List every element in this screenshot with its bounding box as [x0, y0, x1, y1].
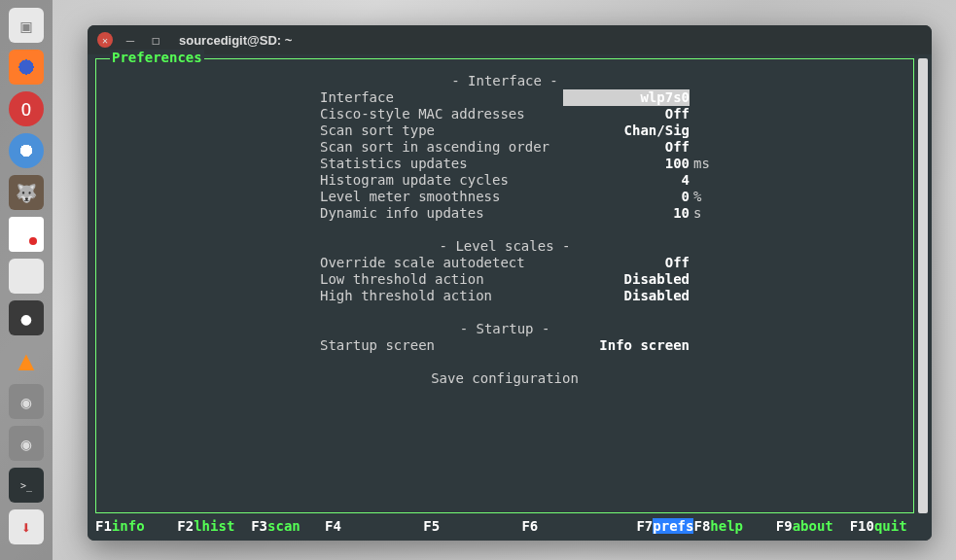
- pref-value[interactable]: Disabled: [563, 271, 690, 288]
- pref-row[interactable]: High threshold actionDisabled: [116, 288, 894, 304]
- terminal-body: Preferences - Interface - Interfacewlp7s…: [88, 54, 932, 541]
- pref-label: Override scale autodetect: [116, 255, 563, 271]
- dock-transmission-icon[interactable]: ⬇: [9, 509, 44, 544]
- fkey-f6[interactable]: F6: [521, 518, 579, 535]
- pref-unit: [690, 139, 717, 156]
- pref-value[interactable]: 4: [563, 172, 690, 189]
- pref-unit: [690, 122, 717, 139]
- fkey-f4[interactable]: F4: [325, 518, 382, 535]
- fkey-number: F2: [177, 518, 194, 534]
- preferences-frame: Preferences - Interface - Interfacewlp7s…: [95, 58, 914, 513]
- dock-terminal-icon[interactable]: >_: [9, 468, 44, 503]
- close-icon[interactable]: ✕: [97, 32, 113, 48]
- pref-value[interactable]: Info screen: [563, 337, 690, 354]
- fkey-f1[interactable]: F1info: [95, 518, 153, 535]
- dock-files-icon[interactable]: ▣: [9, 8, 44, 43]
- fkey-label: info: [112, 518, 153, 534]
- fkey-f7[interactable]: F7prefs: [636, 518, 693, 535]
- fkey-number: F1: [95, 518, 112, 534]
- interface-rows: Interfacewlp7s0Cisco-style MAC addresses…: [116, 89, 894, 222]
- pref-label: Cisco-style MAC addresses: [116, 106, 563, 122]
- fkey-label: [440, 518, 480, 534]
- fkey-label: scan: [267, 518, 308, 534]
- pref-label: Level meter smoothness: [116, 189, 563, 205]
- titlebar[interactable]: ✕ – ◻ sourcedigit@SD: ~: [88, 25, 932, 54]
- fkey-f8[interactable]: F8help: [693, 518, 751, 535]
- dock: ▣ O 🐺 ● ▲ ◉ ◉ >_ ⬇: [0, 0, 53, 560]
- fkey-number: F5: [423, 518, 440, 534]
- pref-row[interactable]: Override scale autodetectOff: [116, 255, 894, 271]
- startup-rows: Startup screenInfo screen: [116, 337, 894, 354]
- pref-row[interactable]: Interfacewlp7s0: [116, 89, 894, 106]
- pref-value[interactable]: Off: [563, 139, 690, 156]
- pref-row[interactable]: Histogram update cycles4: [116, 172, 894, 189]
- function-keys: F1info F2lhist F3scan F4 F5 F6 F7prefsF8…: [95, 518, 914, 535]
- pref-row[interactable]: Scan sort in ascending orderOff: [116, 139, 894, 156]
- pref-value[interactable]: Off: [563, 255, 690, 271]
- pref-label: Low threshold action: [116, 271, 563, 288]
- fkey-f10[interactable]: F10quit: [850, 518, 915, 535]
- fkey-label: prefs: [653, 518, 693, 534]
- pref-value[interactable]: wlp7s0: [563, 89, 690, 106]
- pref-unit: [690, 337, 717, 354]
- fkey-label: [341, 518, 382, 534]
- dock-vlc-icon[interactable]: ▲: [9, 342, 44, 377]
- dock-lutris-icon[interactable]: 🐺: [9, 175, 44, 210]
- pref-label: High threshold action: [116, 288, 563, 304]
- pref-row[interactable]: Statistics updates100ms: [116, 156, 894, 172]
- pref-value[interactable]: 10: [563, 205, 690, 222]
- dock-unknown-icon[interactable]: ●: [9, 300, 44, 335]
- fkey-f3[interactable]: F3scan: [251, 518, 308, 535]
- fkey-number: F6: [521, 518, 538, 534]
- pref-value[interactable]: 100: [563, 156, 690, 172]
- fkey-f2[interactable]: F2lhist: [177, 518, 234, 535]
- dock-firefox-icon[interactable]: [9, 50, 44, 85]
- maximize-icon[interactable]: ◻: [148, 32, 163, 48]
- section-startup-header: - Startup -: [116, 321, 894, 337]
- fkey-label: quit: [874, 518, 915, 534]
- preferences-content: - Interface - Interfacewlp7s0Cisco-style…: [96, 59, 913, 393]
- save-configuration[interactable]: Save configuration: [116, 370, 894, 387]
- pref-unit: s: [690, 205, 717, 222]
- pref-row[interactable]: Startup screenInfo screen: [116, 337, 894, 354]
- frame-title: Preferences: [110, 50, 204, 66]
- fkey-number: F4: [325, 518, 341, 534]
- pref-row[interactable]: Low threshold actionDisabled: [116, 271, 894, 288]
- pref-row[interactable]: Cisco-style MAC addressesOff: [116, 106, 894, 122]
- pref-value[interactable]: Disabled: [563, 288, 690, 304]
- fkey-number: F3: [251, 518, 267, 534]
- levels-rows: Override scale autodetectOffLow threshol…: [116, 255, 894, 304]
- pref-value[interactable]: Chan/Sig: [563, 122, 690, 139]
- minimize-icon[interactable]: –: [123, 32, 138, 48]
- fkey-f9[interactable]: F9about: [776, 518, 833, 535]
- dock-disk1-icon[interactable]: ◉: [9, 384, 44, 419]
- pref-label: Statistics updates: [116, 156, 563, 172]
- dock-settings-icon[interactable]: [9, 259, 44, 294]
- fkey-number: F9: [776, 518, 793, 534]
- pref-label: Scan sort in ascending order: [116, 139, 563, 156]
- pref-row[interactable]: Dynamic info updates10s: [116, 205, 894, 222]
- dock-disk2-icon[interactable]: ◉: [9, 426, 44, 461]
- section-interface-header: - Interface -: [116, 73, 894, 89]
- fkey-number: F8: [693, 518, 710, 534]
- pref-row[interactable]: Level meter smoothness0%: [116, 189, 894, 205]
- pref-unit: [690, 255, 717, 271]
- pref-value[interactable]: Off: [563, 106, 690, 122]
- window-title: sourcedigit@SD: ~: [179, 33, 292, 48]
- fkey-label: about: [793, 518, 833, 534]
- fkey-number: F10: [850, 518, 874, 534]
- pref-row[interactable]: Scan sort typeChan/Sig: [116, 122, 894, 139]
- fkey-number: F7: [636, 518, 653, 534]
- pref-value[interactable]: 0: [563, 189, 690, 205]
- dock-app-icon[interactable]: [9, 217, 44, 252]
- scrollbar[interactable]: [918, 58, 928, 513]
- terminal-window: ✕ – ◻ sourcedigit@SD: ~ Preferences - In…: [88, 25, 932, 541]
- fkey-label: [538, 518, 579, 534]
- fkey-f5[interactable]: F5: [423, 518, 480, 535]
- dock-opera-icon[interactable]: O: [9, 91, 44, 126]
- pref-label: Dynamic info updates: [116, 205, 563, 222]
- pref-unit: ms: [690, 156, 717, 172]
- fkey-label: help: [710, 518, 751, 534]
- dock-chromium-icon[interactable]: [9, 133, 44, 168]
- pref-label: Scan sort type: [116, 122, 563, 139]
